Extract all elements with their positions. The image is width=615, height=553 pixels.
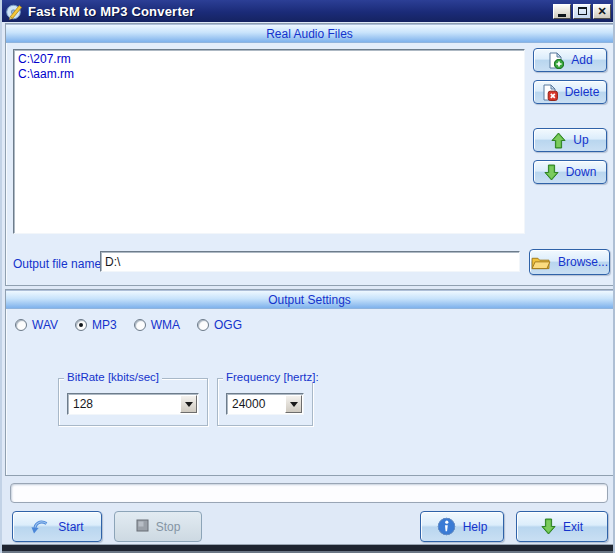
start-button-label: Start: [58, 520, 83, 534]
stop-button[interactable]: Stop: [114, 511, 202, 542]
stop-icon: [136, 519, 149, 535]
frequency-combobox[interactable]: 24000: [226, 393, 304, 415]
exit-icon: [541, 518, 556, 535]
bitrate-label: BitRate [kbits/sec]: [64, 371, 162, 383]
down-button[interactable]: Down: [533, 160, 607, 184]
help-button[interactable]: Help: [420, 511, 504, 542]
bitrate-dropdown-button[interactable]: [180, 395, 197, 413]
bitrate-groupbox: BitRate [kbits/sec] 128: [58, 378, 208, 426]
frequency-groupbox: Frequency [hertz]: 24000: [217, 378, 313, 426]
chevron-down-icon: [185, 402, 193, 411]
window-bottom-frame: [2, 544, 615, 553]
format-radio-group: WAV MP3 WMA OGG: [15, 318, 242, 332]
browse-button[interactable]: Browse...: [529, 249, 610, 275]
up-arrow-icon: [551, 132, 566, 149]
app-window: Fast RM to MP3 Converter ✕ Real Audio Fi…: [0, 0, 615, 553]
radio-wav[interactable]: WAV: [15, 318, 58, 332]
file-item[interactable]: C:\aam.rm: [15, 67, 523, 82]
stop-button-label: Stop: [156, 520, 181, 534]
close-icon: ✕: [597, 6, 606, 17]
exit-button-label: Exit: [563, 520, 583, 534]
frequency-dropdown-button[interactable]: [285, 395, 302, 413]
radio-ogg[interactable]: OGG: [197, 318, 242, 332]
radio-ogg-label: OGG: [214, 318, 242, 332]
radio-circle-icon: [75, 319, 87, 331]
file-list[interactable]: C:\207.rmC:\aam.rm: [13, 49, 525, 234]
files-section-header: Real Audio Files: [6, 24, 613, 43]
output-settings-section: Output Settings WAV MP3 WMA OGG BitRate …: [5, 289, 614, 476]
window-titlebar: Fast RM to MP3 Converter ✕: [2, 0, 615, 22]
app-icon: [6, 3, 23, 20]
radio-wma-label: WMA: [151, 318, 180, 332]
delete-icon: [541, 84, 558, 101]
radio-mp3[interactable]: MP3: [75, 318, 117, 332]
maximize-icon: [578, 7, 587, 15]
up-button[interactable]: Up: [533, 128, 607, 152]
window-title: Fast RM to MP3 Converter: [28, 4, 553, 19]
radio-wav-label: WAV: [32, 318, 58, 332]
start-icon: [30, 518, 51, 536]
minimize-icon: [558, 14, 566, 17]
add-button[interactable]: Add: [533, 48, 607, 72]
add-icon: [547, 52, 564, 69]
help-button-label: Help: [463, 520, 488, 534]
output-settings-header: Output Settings: [6, 290, 613, 309]
chevron-down-icon: [290, 402, 298, 411]
up-button-label: Up: [573, 133, 588, 147]
minimize-button[interactable]: [553, 4, 571, 19]
radio-circle-icon: [134, 319, 146, 331]
maximize-button[interactable]: [573, 4, 591, 19]
start-button[interactable]: Start: [12, 511, 102, 542]
radio-circle-icon: [15, 319, 27, 331]
output-file-name-input[interactable]: [100, 251, 520, 272]
progress-bar: [10, 483, 608, 503]
frequency-label: Frequency [hertz]:: [223, 371, 322, 383]
radio-mp3-label: MP3: [92, 318, 117, 332]
down-arrow-icon: [544, 164, 559, 181]
exit-button[interactable]: Exit: [516, 511, 608, 542]
delete-button-label: Delete: [565, 85, 600, 99]
output-file-name-label: Output file name: [13, 257, 101, 271]
down-button-label: Down: [566, 165, 597, 179]
bitrate-combobox[interactable]: 128: [67, 393, 199, 415]
bitrate-value: 128: [69, 395, 180, 413]
radio-wma[interactable]: WMA: [134, 318, 180, 332]
close-button[interactable]: ✕: [593, 4, 611, 19]
delete-button[interactable]: Delete: [533, 80, 607, 104]
folder-icon: [531, 255, 551, 270]
browse-button-label: Browse...: [558, 255, 608, 269]
frequency-value: 24000: [228, 395, 285, 413]
add-button-label: Add: [571, 53, 592, 67]
help-icon: [437, 517, 456, 536]
files-section: Real Audio Files C:\207.rmC:\aam.rm Add: [5, 23, 614, 286]
radio-circle-icon: [197, 319, 209, 331]
file-item[interactable]: C:\207.rm: [15, 52, 523, 67]
